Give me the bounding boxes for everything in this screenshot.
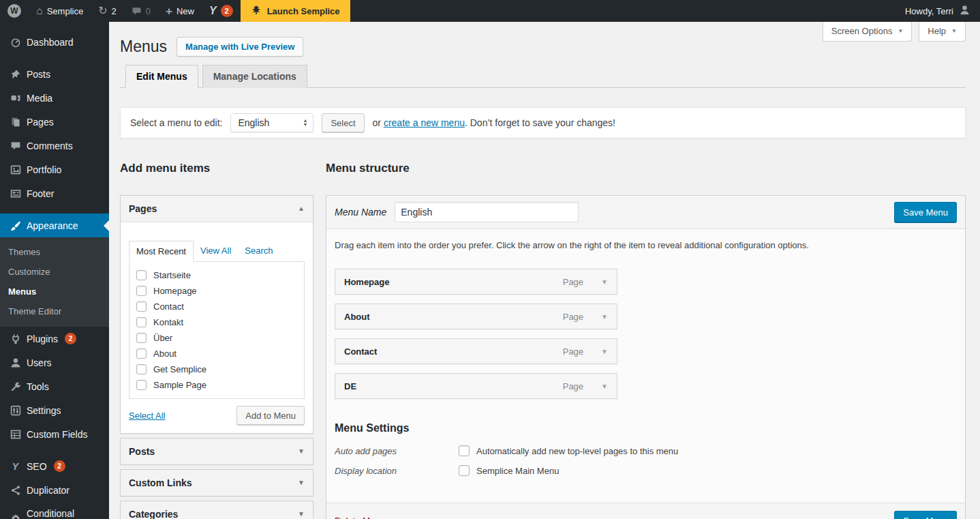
page-checkbox[interactable]: [136, 364, 147, 374]
yoast-menu[interactable]: Y 2: [202, 0, 241, 22]
select-all-link[interactable]: Select All: [129, 411, 165, 421]
page-checkbox-row[interactable]: Startseite: [134, 267, 300, 283]
updates-indicator[interactable]: ↻ 2: [91, 0, 124, 22]
chevron-up-icon: ▲: [298, 203, 305, 214]
sidebar-item-dashboard[interactable]: Dashboard: [0, 30, 109, 54]
sidebar-item-theme-editor[interactable]: Theme Editor: [0, 301, 109, 321]
sidebar-item-tools[interactable]: Tools: [0, 374, 109, 398]
custom-links-accordion-header[interactable]: Custom Links ▼: [121, 470, 313, 496]
comments-bubble-icon: [132, 6, 142, 16]
sidebar-item-appearance[interactable]: Appearance: [0, 213, 109, 237]
auto-add-pages-field[interactable]: Automatically add new top-level pages to…: [459, 445, 678, 456]
posts-accordion-header[interactable]: Posts ▼: [121, 439, 313, 464]
page-checkbox-row[interactable]: Homepage: [134, 283, 300, 299]
home-icon: ⌂: [36, 5, 43, 16]
screen-meta-links: Screen Options ▼ Help ▼: [823, 22, 966, 42]
wordpress-menu[interactable]: W: [0, 0, 29, 22]
select-button[interactable]: Select: [322, 113, 364, 132]
sidebar-item-settings[interactable]: Settings: [0, 398, 109, 422]
page-checkbox[interactable]: [136, 380, 147, 390]
page-checkbox-row[interactable]: Über: [134, 330, 300, 346]
sidebar-item-seo[interactable]: Y SEO 2: [0, 454, 109, 478]
account-menu[interactable]: Howdy, Terri: [895, 0, 980, 22]
tab-search[interactable]: Search: [238, 241, 279, 261]
save-menu-button-bottom[interactable]: Save Menu: [894, 511, 957, 519]
chevron-down-icon: ▼: [898, 28, 903, 34]
sidebar-item-customize[interactable]: Customize: [0, 262, 109, 282]
chevron-down-icon: ▼: [298, 477, 305, 488]
pages-accordion: Pages ▲ Most Recent View All Search Star…: [120, 195, 313, 434]
create-menu-text: or create a new menu. Don’t forget to sa…: [373, 117, 615, 128]
categories-accordion-header[interactable]: Categories ▼: [121, 501, 313, 519]
display-location-label: Display location: [335, 466, 459, 476]
manage-live-preview-button[interactable]: Manage with Live Preview: [177, 37, 303, 57]
admin-sidebar: Dashboard Posts Media Pages Comments Por…: [0, 22, 109, 519]
plugins-update-badge: 2: [65, 333, 76, 344]
sidebar-item-menus[interactable]: Menus: [0, 282, 109, 301]
sidebar-item-users[interactable]: Users: [0, 351, 109, 374]
display-location-field[interactable]: Semplice Main Menu: [459, 465, 559, 476]
menu-item-homepage[interactable]: Homepage Page ▼: [335, 269, 617, 295]
sidebar-item-duplicator[interactable]: Duplicator: [0, 478, 109, 502]
page-checkbox[interactable]: [136, 301, 147, 312]
menu-item-about[interactable]: About Page ▼: [335, 303, 617, 329]
sidebar-item-portfolio[interactable]: Portfolio: [0, 158, 109, 181]
new-label: New: [177, 6, 194, 16]
create-new-menu-link[interactable]: create a new menu: [384, 117, 465, 128]
posts-accordion: Posts ▼: [120, 438, 313, 465]
plus-icon: +: [166, 5, 172, 17]
sidebar-item-conditional-menus[interactable]: Conditional Menus: [0, 502, 109, 519]
page-checkbox-row[interactable]: Kontakt: [134, 314, 300, 330]
add-to-menu-button[interactable]: Add to Menu: [236, 406, 305, 425]
sidebar-item-media[interactable]: Media: [0, 86, 109, 110]
page-checkbox-row[interactable]: Contact: [134, 299, 300, 314]
page-checkbox-row[interactable]: About: [134, 346, 300, 361]
menu-item-de[interactable]: DE Page ▼: [335, 373, 617, 399]
pushpin-icon: [10, 68, 21, 80]
tab-manage-locations[interactable]: Manage Locations: [202, 65, 307, 88]
menu-item-contact[interactable]: Contact Page ▼: [335, 338, 617, 364]
chevron-down-icon[interactable]: ▼: [601, 313, 608, 321]
menu-editor-box: Menu Name Save Menu Drag each item into …: [326, 195, 966, 519]
tab-most-recent[interactable]: Most Recent: [129, 241, 194, 262]
chevron-down-icon: ▼: [298, 446, 305, 457]
page-checkbox[interactable]: [136, 317, 147, 327]
comments-indicator[interactable]: 0: [124, 0, 158, 22]
semplice-main-menu-checkbox[interactable]: [459, 465, 470, 476]
chevron-down-icon[interactable]: ▼: [601, 383, 608, 390]
tab-edit-menus[interactable]: Edit Menus: [125, 65, 198, 88]
screen-options-button[interactable]: Screen Options ▼: [823, 22, 913, 42]
menu-select-dropdown[interactable]: English ▲▼: [230, 113, 313, 132]
auto-add-pages-checkbox[interactable]: [459, 445, 470, 456]
pages-tabs: Most Recent View All Search: [129, 241, 305, 261]
gear-icon: [10, 514, 21, 519]
page-checkbox[interactable]: [136, 349, 147, 359]
menus-tabs: Edit Menus Manage Locations: [120, 65, 966, 88]
save-menu-button-top[interactable]: Save Menu: [894, 202, 957, 222]
sidebar-item-plugins[interactable]: Plugins 2: [0, 327, 109, 351]
menu-name-input[interactable]: [395, 202, 579, 222]
new-content-menu[interactable]: + New: [158, 0, 202, 22]
sidebar-item-pages[interactable]: Pages: [0, 110, 109, 134]
page-checkbox-row[interactable]: Get Semplice: [134, 361, 300, 377]
paintbrush-icon: [10, 220, 21, 231]
sidebar-item-comments[interactable]: Comments: [0, 134, 109, 158]
launch-semplice-button[interactable]: Launch Semplice: [241, 0, 350, 22]
chevron-down-icon: ▼: [951, 28, 957, 34]
chevron-down-icon[interactable]: ▼: [601, 348, 608, 355]
page-checkbox[interactable]: [136, 286, 147, 296]
site-link[interactable]: ⌂ Semplice: [29, 0, 91, 22]
sidebar-item-footer[interactable]: Footer: [0, 181, 109, 205]
sidebar-item-custom-fields[interactable]: Custom Fields: [0, 422, 109, 446]
sidebar-item-posts[interactable]: Posts: [0, 62, 109, 86]
sidebar-item-themes[interactable]: Themes: [0, 242, 109, 262]
yoast-notification-badge: 2: [221, 5, 233, 17]
page-checkbox-row[interactable]: Sample Page: [134, 377, 300, 393]
tab-view-all[interactable]: View All: [194, 241, 238, 261]
pages-accordion-header[interactable]: Pages ▲: [121, 196, 313, 222]
page-checkbox[interactable]: [136, 270, 147, 280]
delete-menu-link[interactable]: Delete Menu: [335, 516, 385, 519]
help-button[interactable]: Help ▼: [919, 22, 966, 42]
page-checkbox[interactable]: [136, 333, 147, 343]
chevron-down-icon[interactable]: ▼: [601, 278, 608, 286]
